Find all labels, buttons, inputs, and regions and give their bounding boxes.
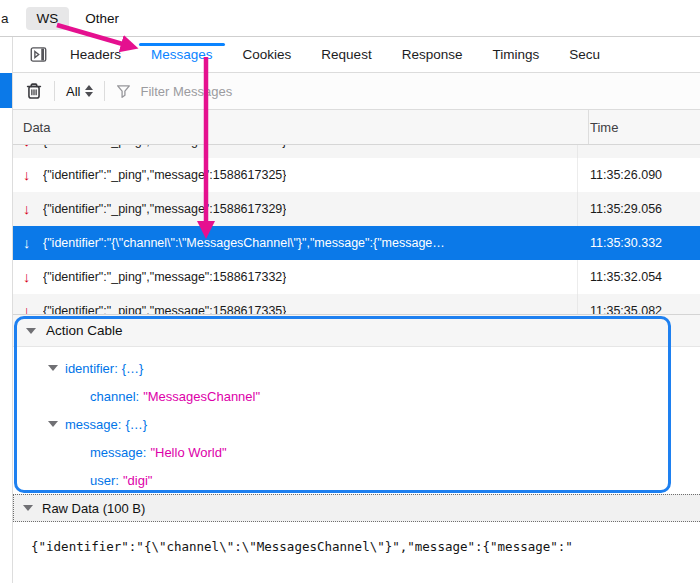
received-arrow-icon: ↓ xyxy=(23,145,43,149)
message-row[interactable]: ↓{"identifier":"_ping","message":1588617… xyxy=(13,260,700,294)
message-row[interactable]: ↓{"identifier":"_ping","message":1588617… xyxy=(13,192,700,226)
column-header-time[interactable]: Time xyxy=(578,120,618,135)
tab-timings[interactable]: Timings xyxy=(477,37,554,72)
tree-node-identifier[interactable]: identifier: {…} xyxy=(13,354,700,382)
trash-icon xyxy=(25,82,43,100)
toolbar-separator xyxy=(104,81,105,101)
filter-messages-input[interactable]: Filter Messages xyxy=(140,84,232,99)
chevron-down-icon xyxy=(48,365,58,371)
column-header-data[interactable]: Data xyxy=(13,120,578,135)
filter-other-button[interactable]: Other xyxy=(85,11,119,26)
tab-cookies[interactable]: Cookies xyxy=(228,37,307,72)
message-row-selected[interactable]: ↓{"identifier":"{\"channel\":\"MessagesC… xyxy=(13,226,700,260)
chevron-down-icon xyxy=(23,505,33,511)
message-type-value: All xyxy=(66,84,80,99)
sidebar-toggle-icon xyxy=(30,46,47,63)
message-details: Action Cable identifier: {…} channel: "M… xyxy=(13,314,700,554)
action-cable-title: Action Cable xyxy=(46,323,123,338)
raw-data-text: {"identifier":"{\"channel\":\"MessagesCh… xyxy=(31,539,700,554)
message-row[interactable]: ↓{"identifier":"_ping","message":1588617… xyxy=(13,145,700,158)
tree-leaf-user[interactable]: user: "digi" xyxy=(13,466,700,494)
panel-toggle-button[interactable] xyxy=(21,37,55,72)
chevron-down-icon xyxy=(26,328,36,334)
tab-response[interactable]: Response xyxy=(387,37,478,72)
column-divider[interactable] xyxy=(588,110,589,144)
tab-security[interactable]: Secu xyxy=(554,37,615,72)
clipped-filter-label: a xyxy=(1,11,9,26)
message-type-select[interactable]: All xyxy=(66,84,93,99)
filter-funnel-icon xyxy=(116,84,131,99)
received-arrow-icon: ↓ xyxy=(23,235,43,251)
tree-leaf-channel[interactable]: channel: "MessagesChannel" xyxy=(13,382,700,410)
received-arrow-icon: ↓ xyxy=(23,303,43,314)
messages-list: ↓{"identifier":"_ping","message":1588617… xyxy=(13,145,700,314)
raw-data-body: {"identifier":"{\"channel\":\"MessagesCh… xyxy=(13,522,700,554)
raw-data-accordion-header[interactable]: Raw Data (100 B) xyxy=(13,494,700,522)
message-row[interactable]: ↓{"identifier":"_ping","message":1588617… xyxy=(13,294,700,314)
tab-request[interactable]: Request xyxy=(306,37,386,72)
messages-table-header: Data Time xyxy=(13,110,700,145)
toolbar-separator xyxy=(54,81,55,101)
tab-headers[interactable]: Headers xyxy=(55,37,136,72)
selected-request-sliver xyxy=(0,73,12,108)
received-arrow-icon: ↓ xyxy=(23,167,43,183)
select-arrows-icon xyxy=(85,85,93,97)
raw-data-title: Raw Data (100 B) xyxy=(42,501,145,516)
filter-ws-button[interactable]: WS xyxy=(26,7,70,30)
message-row[interactable]: ↓{"identifier":"_ping","message":1588617… xyxy=(13,158,700,192)
tab-messages[interactable]: Messages xyxy=(136,37,228,72)
tree-leaf-message[interactable]: message: "Hello World" xyxy=(13,438,700,466)
network-filter-strip: a WS Other xyxy=(0,0,700,37)
chevron-down-icon xyxy=(48,421,58,427)
received-arrow-icon: ↓ xyxy=(23,201,43,217)
details-pane: Headers Messages Cookies Request Respons… xyxy=(13,37,700,583)
clear-messages-button[interactable] xyxy=(25,82,43,100)
payload-tree: identifier: {…} channel: "MessagesChanne… xyxy=(13,347,700,494)
messages-toolbar: All Filter Messages xyxy=(13,73,700,110)
action-cable-accordion-header[interactable]: Action Cable xyxy=(13,315,700,347)
tree-node-message[interactable]: message: {…} xyxy=(13,410,700,438)
details-tabbar: Headers Messages Cookies Request Respons… xyxy=(13,37,700,73)
request-list-edge xyxy=(0,37,13,583)
received-arrow-icon: ↓ xyxy=(23,269,43,285)
